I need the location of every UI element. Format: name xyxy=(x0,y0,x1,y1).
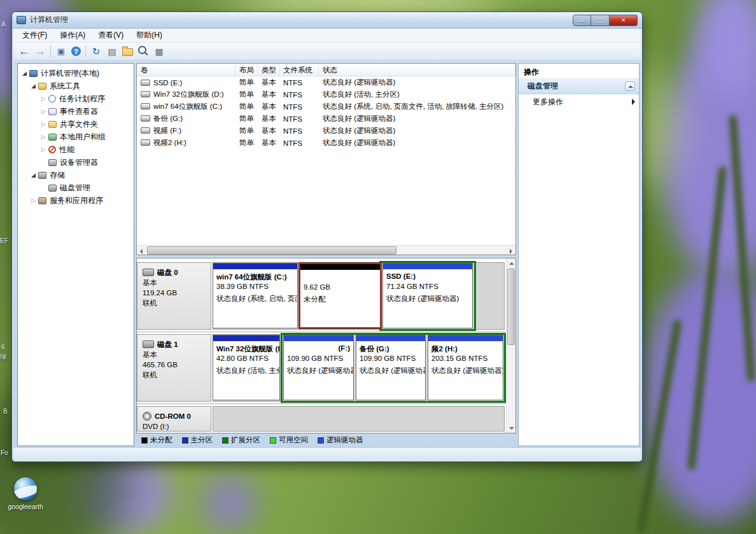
partition-name: win7 64位旗舰版 (C:) xyxy=(213,269,297,283)
collapse-chevron-icon[interactable] xyxy=(625,81,635,91)
legend-color-swatch xyxy=(318,437,324,444)
volume-row[interactable]: win7 64位旗舰版 (C:) 简单 基本 NTFS 状态良好 (系统, 启动… xyxy=(137,101,515,113)
close-button[interactable]: × xyxy=(610,15,638,26)
tree-expander-icon[interactable] xyxy=(20,70,29,76)
back-icon[interactable]: ← xyxy=(18,46,30,57)
scroll-up-arrow-icon[interactable] xyxy=(507,258,516,268)
actions-pane: 操作 磁盘管理 更多操作 xyxy=(518,63,640,446)
partition-box-g[interactable]: 备份 (G:) 109.90 GB NTFS 状态良好 (逻辑驱动器) xyxy=(356,335,426,400)
horizontal-scrollbar[interactable] xyxy=(137,245,515,255)
menu-item[interactable]: 帮助(H) xyxy=(130,29,169,42)
tree-item[interactable]: 计算机管理(本地) xyxy=(18,67,134,80)
volume-rows: SSD (E:) 简单 基本 NTFS 状态良好 (逻辑驱动器) Win7 32… xyxy=(137,76,515,149)
volume-row[interactable]: 备份 (G:) 简单 基本 NTFS 状态良好 (逻辑驱动器) xyxy=(137,113,515,125)
partition-box-d[interactable]: Win7 32位旗舰版 (D:) 42.80 GB NTFS 状态良好 (活动,… xyxy=(213,335,280,400)
volume-row[interactable]: SSD (E:) 简单 基本 NTFS 状态良好 (逻辑驱动器) xyxy=(137,76,515,88)
partition-name: (F:) xyxy=(284,341,353,355)
disk-0-info[interactable]: 磁盘 0 基本 119.24 GB 联机 xyxy=(137,262,211,330)
search-icon[interactable] xyxy=(137,46,149,57)
graphical-view: 磁盘 0 基本 119.24 GB 联机 win7 64位旗舰版 (C:) 38… xyxy=(136,258,516,433)
vertical-scrollbar[interactable] xyxy=(506,258,515,433)
volume-row[interactable]: 视频 (F:) 简单 基本 NTFS 状态良好 (逻辑驱动器) xyxy=(137,125,515,137)
menu-item[interactable]: 操作(A) xyxy=(53,29,92,42)
tree-item[interactable]: 性能 xyxy=(18,143,134,156)
tree-item[interactable]: 系统工具 xyxy=(18,80,134,92)
tree-expander-icon[interactable] xyxy=(29,172,38,178)
window-controls: — □ × xyxy=(573,15,638,26)
partition-color-bar xyxy=(300,264,380,270)
tree-expander-icon[interactable] xyxy=(39,121,48,127)
title-bar[interactable]: 计算机管理 — □ × xyxy=(12,12,642,29)
minimize-button[interactable]: — xyxy=(573,15,591,26)
actions-section-header[interactable]: 磁盘管理 xyxy=(519,79,639,94)
legend: 未分配 主分区 扩展分区 可用空间 xyxy=(136,435,516,446)
volume-row[interactable]: 视频2 (H:) 简单 基本 NTFS 状态良好 (逻辑驱动器) xyxy=(137,137,515,149)
desktop-icon-label-fragment: A xyxy=(1,21,6,28)
partition-box-h[interactable]: 频2 (H:) 203.15 GB NTFS 状态良好 (逻辑驱动器) xyxy=(428,335,503,400)
disk-1-info[interactable]: 磁盘 1 基本 465.76 GB 联机 xyxy=(137,334,211,402)
tree-item[interactable]: 设备管理器 xyxy=(18,156,134,169)
volume-type-cell: 基本 xyxy=(258,102,279,111)
tree-expander-icon[interactable] xyxy=(39,134,48,140)
tree-item[interactable]: 任务计划程序 xyxy=(18,92,134,105)
open-folder-icon[interactable] xyxy=(122,48,133,56)
volume-row[interactable]: Win7 32位旗舰版 (D:) 简单 基本 NTFS 状态良好 (活动, 主分… xyxy=(137,88,515,101)
google-earth-icon[interactable] xyxy=(14,477,37,500)
legend-label: 可用空间 xyxy=(279,435,308,445)
disk-type: 基本 xyxy=(137,278,211,288)
scroll-right-arrow-icon[interactable] xyxy=(506,246,515,255)
cdrom-info[interactable]: CD-ROM 0 DVD (I:) xyxy=(137,406,211,432)
computer-icon xyxy=(29,70,38,77)
partition-name: Win7 32位旗舰版 (D:) xyxy=(213,341,279,355)
partition-status: 状态良好 (活动, 主分区) xyxy=(213,365,279,376)
partition-color-bar xyxy=(213,263,297,269)
column-header-filesystem[interactable]: 文件系统 xyxy=(279,64,319,76)
show-console-tree-icon[interactable]: ▣ xyxy=(55,46,67,57)
column-header-layout[interactable]: 布局 xyxy=(235,64,258,76)
scroll-down-arrow-icon[interactable] xyxy=(507,423,516,433)
tree-item[interactable]: 共享文件夹 xyxy=(18,118,134,130)
tree-item-label: 系统工具 xyxy=(50,81,80,92)
toolbar-separator xyxy=(85,46,86,57)
storage-icon xyxy=(38,172,46,179)
volume-type-cell: 基本 xyxy=(258,90,279,99)
scroll-left-arrow-icon[interactable] xyxy=(137,246,146,255)
scrollbar-thumb[interactable] xyxy=(147,246,396,255)
disk-status: 联机 xyxy=(137,370,211,380)
tree-item[interactable]: 存储 xyxy=(18,169,134,181)
volume-list: 卷 布局 类型 文件系统 状态 SSD (E:) 简单 基本 NTFS 状态良好… xyxy=(136,63,516,255)
tree-expander-icon[interactable] xyxy=(39,95,48,102)
volume-filesystem-cell: NTFS xyxy=(279,139,319,147)
column-header-volume[interactable]: 卷 xyxy=(137,64,235,76)
maximize-button[interactable]: □ xyxy=(591,15,610,26)
partition-box-f[interactable]: (F:) 109.90 GB NTFS 状态良好 (逻辑驱动器) xyxy=(283,335,354,400)
tree-expander-icon[interactable] xyxy=(39,146,48,153)
tree-item[interactable]: 服务和应用程序 xyxy=(18,194,134,207)
legend-item: 可用空间 xyxy=(270,435,308,445)
forward-icon[interactable]: → xyxy=(34,46,46,57)
disk-name: 磁盘 0 xyxy=(157,269,178,276)
help-icon[interactable]: ? xyxy=(71,46,81,56)
tree-item[interactable]: 磁盘管理 xyxy=(18,181,134,194)
tree-item[interactable]: 事件查看器 xyxy=(18,105,134,118)
menu-item[interactable]: 文件(F) xyxy=(16,29,53,42)
tree-expander-icon[interactable] xyxy=(29,197,38,204)
properties-icon[interactable]: ▦ xyxy=(153,46,165,57)
partition-size: 109.90 GB NTFS xyxy=(284,355,353,365)
column-header-status[interactable]: 状态 xyxy=(319,64,515,76)
partition-box-e[interactable]: SSD (E:) 71.24 GB NTFS 状态良好 (逻辑驱动器) xyxy=(382,263,473,328)
google-earth-shortcut[interactable]: googleearth xyxy=(3,477,48,510)
tree-expander-icon[interactable] xyxy=(29,83,38,89)
volume-layout-cell: 简单 xyxy=(235,114,258,123)
more-actions-item[interactable]: 更多操作 xyxy=(519,94,639,109)
partition-box-c[interactable]: win7 64位旗舰版 (C:) 38.39 GB NTFS 状态良好 (系统,… xyxy=(213,263,298,328)
disk-0-row: 磁盘 0 基本 119.24 GB 联机 win7 64位旗舰版 (C:) 38… xyxy=(137,261,506,332)
scrollbar-thumb[interactable] xyxy=(507,269,515,345)
refresh-icon[interactable]: ↻ xyxy=(90,46,102,57)
column-header-type[interactable]: 类型 xyxy=(258,64,279,76)
tree-expander-icon[interactable] xyxy=(39,108,48,115)
export-list-icon[interactable]: ▤ xyxy=(106,46,118,57)
partition-box-unallocated[interactable]: 9.62 GB 未分配 xyxy=(299,263,381,328)
tree-item[interactable]: 本地用户和组 xyxy=(18,130,134,143)
menu-item[interactable]: 查看(V) xyxy=(92,29,130,42)
